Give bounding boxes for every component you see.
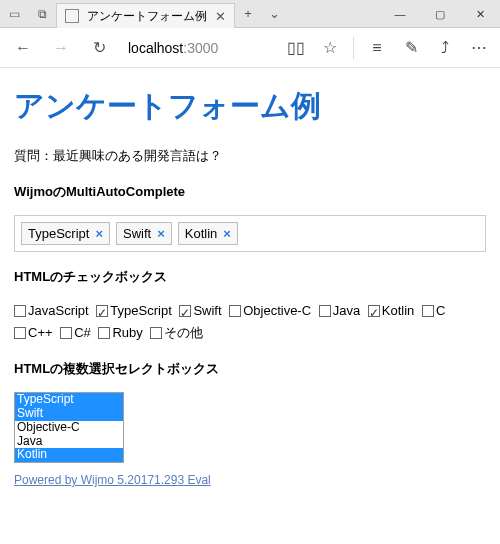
wijmo-eval-link[interactable]: Powered by Wijmo 5.20171.293 Eval (14, 473, 211, 487)
checkbox-box-icon[interactable] (179, 305, 191, 317)
token-kotlin[interactable]: Kotlin× (178, 222, 238, 245)
checkbox-kotlin[interactable]: Kotlin (368, 300, 415, 322)
checkbox-label: Kotlin (382, 303, 415, 318)
back-button[interactable]: ← (6, 31, 40, 65)
browser-tab[interactable]: アンケートフォーム例 ✕ (56, 3, 235, 28)
page-content: アンケートフォーム例 質問：最近興味のある開発言語は？ WijmoのMultiA… (0, 68, 500, 544)
notes-icon[interactable]: ✎ (396, 31, 426, 65)
token-remove-icon[interactable]: × (223, 226, 231, 241)
checkbox-その他[interactable]: その他 (150, 322, 203, 344)
checkbox-c[interactable]: C (422, 300, 445, 322)
tab-dropdown-icon[interactable]: ⌄ (261, 0, 287, 27)
maximize-button[interactable]: ▢ (420, 0, 460, 28)
checkbox-box-icon[interactable] (96, 305, 108, 317)
token-label: Kotlin (185, 226, 218, 241)
checkbox-label: C# (74, 325, 91, 340)
token-label: Swift (123, 226, 151, 241)
select-option-swift[interactable]: Swift (15, 407, 123, 421)
new-tab-button[interactable]: + (235, 0, 261, 27)
tab-title: アンケートフォーム例 (87, 8, 207, 25)
checkbox-c++[interactable]: C++ (14, 322, 53, 344)
multi-select[interactable]: TypeScriptSwiftObjective-CJavaKotlin (14, 392, 124, 463)
tab-preview-icon[interactable]: ▭ (0, 0, 28, 28)
checkbox-label: Java (333, 303, 360, 318)
checkbox-label: JavaScript (28, 303, 89, 318)
checkbox-label: Objective-C (243, 303, 311, 318)
checkbox-box-icon[interactable] (14, 327, 26, 339)
checkbox-label: Ruby (112, 325, 142, 340)
window-close-button[interactable]: ✕ (460, 0, 500, 28)
checkbox-ruby[interactable]: Ruby (98, 322, 142, 344)
checkbox-box-icon[interactable] (368, 305, 380, 317)
checkbox-java[interactable]: Java (319, 300, 360, 322)
address-bar[interactable]: localhost:3000 (126, 36, 271, 60)
checkbox-box-icon[interactable] (14, 305, 26, 317)
page-title: アンケートフォーム例 (14, 86, 486, 127)
section-select-heading: HTMLの複数選択セレクトボックス (14, 360, 486, 378)
checkbox-label: Swift (193, 303, 221, 318)
section-checkbox-heading: HTMLのチェックボックス (14, 268, 486, 286)
token-remove-icon[interactable]: × (157, 226, 165, 241)
url-port: :3000 (183, 40, 218, 56)
token-typescript[interactable]: TypeScript× (21, 222, 110, 245)
reading-view-icon[interactable]: ▯▯ (281, 31, 311, 65)
checkbox-objective-c[interactable]: Objective-C (229, 300, 311, 322)
more-icon[interactable]: ⋯ (464, 31, 494, 65)
token-swift[interactable]: Swift× (116, 222, 172, 245)
browser-toolbar: ← → ↻ localhost:3000 ▯▯ ☆ ≡ ✎ ⤴ ⋯ (0, 28, 500, 68)
section-multiautocomplete-heading: WijmoのMultiAutoComplete (14, 183, 486, 201)
tab-close-icon[interactable]: ✕ (215, 9, 226, 24)
share-icon[interactable]: ⤴ (430, 31, 460, 65)
checkbox-box-icon[interactable] (98, 327, 110, 339)
checkbox-box-icon[interactable] (422, 305, 434, 317)
select-option-java[interactable]: Java (15, 435, 123, 449)
favorite-star-icon[interactable]: ☆ (315, 31, 345, 65)
window-controls: — ▢ ✕ (380, 0, 500, 27)
window-titlebar: ▭ ⧉ アンケートフォーム例 ✕ + ⌄ — ▢ ✕ (0, 0, 500, 28)
minimize-button[interactable]: — (380, 0, 420, 28)
checkbox-swift[interactable]: Swift (179, 300, 221, 322)
multi-auto-complete[interactable]: TypeScript×Swift×Kotlin× (14, 215, 486, 252)
checkbox-label: C++ (28, 325, 53, 340)
select-option-kotlin[interactable]: Kotlin (15, 448, 123, 462)
checkbox-typescript[interactable]: TypeScript (96, 300, 171, 322)
checkbox-label: TypeScript (110, 303, 171, 318)
checkbox-javascript[interactable]: JavaScript (14, 300, 89, 322)
checkbox-box-icon[interactable] (319, 305, 331, 317)
favicon-icon (65, 9, 79, 23)
checkbox-c#[interactable]: C# (60, 322, 91, 344)
checkbox-group: JavaScript TypeScript Swift Objective-C … (14, 300, 486, 344)
checkbox-label: C (436, 303, 445, 318)
forward-button[interactable]: → (44, 31, 78, 65)
token-remove-icon[interactable]: × (95, 226, 103, 241)
hub-icon[interactable]: ≡ (362, 31, 392, 65)
token-label: TypeScript (28, 226, 89, 241)
toolbar-separator (353, 37, 354, 59)
url-host: localhost (128, 40, 183, 56)
select-option-typescript[interactable]: TypeScript (15, 393, 123, 407)
checkbox-box-icon[interactable] (150, 327, 162, 339)
checkbox-box-icon[interactable] (229, 305, 241, 317)
checkbox-label: その他 (164, 325, 203, 340)
reload-button[interactable]: ↻ (82, 31, 116, 65)
tab-aside-icon[interactable]: ⧉ (28, 0, 56, 28)
question-text: 質問：最近興味のある開発言語は？ (14, 147, 486, 165)
select-option-objective-c[interactable]: Objective-C (15, 421, 123, 435)
checkbox-box-icon[interactable] (60, 327, 72, 339)
titlebar-left-group: ▭ ⧉ (0, 0, 56, 27)
